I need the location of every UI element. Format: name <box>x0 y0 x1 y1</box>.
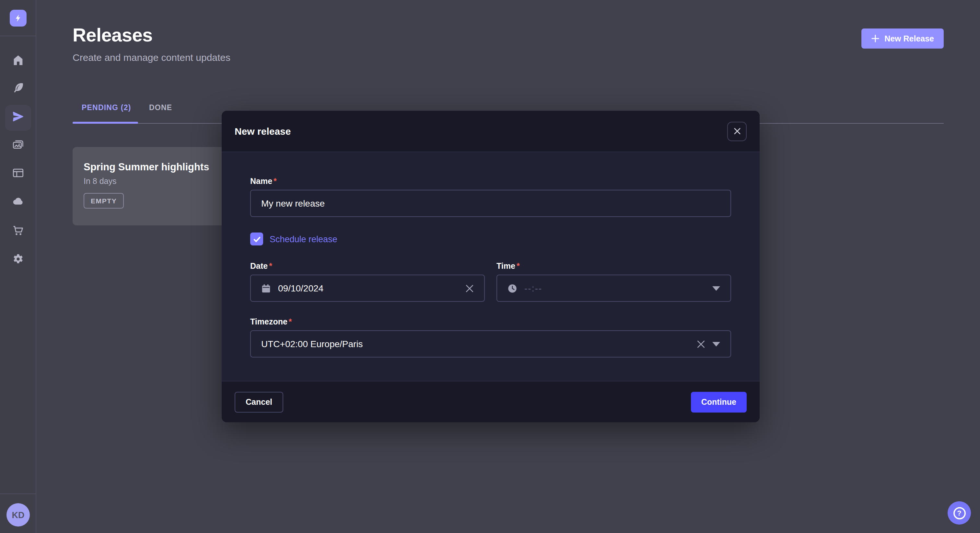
app-root: KD Releases Create and manage content up… <box>0 0 980 533</box>
date-input[interactable]: 09/10/2024 <box>250 274 485 302</box>
timezone-label: Timezone* <box>250 317 731 327</box>
clear-date-button[interactable] <box>465 284 474 292</box>
required-mark: * <box>289 317 292 327</box>
schedule-release-row: Schedule release <box>250 233 731 246</box>
close-icon <box>733 128 740 135</box>
date-label: Date* <box>250 262 485 271</box>
date-field-block: Date* 09/10/2024 <box>250 262 485 302</box>
time-field-block: Time* --:-- <box>496 262 731 302</box>
time-input[interactable]: --:-- <box>496 274 731 302</box>
date-value: 09/10/2024 <box>278 283 323 293</box>
new-release-modal: New release Name* Schedule release Date* <box>222 111 760 422</box>
clear-icon <box>697 339 705 348</box>
required-mark: * <box>274 177 277 186</box>
required-mark: * <box>517 262 520 271</box>
clear-icon <box>465 284 474 292</box>
clock-icon <box>508 283 517 293</box>
modal-footer: Cancel Continue <box>222 381 760 422</box>
modal-body: Name* Schedule release Date* 09/10/2024 <box>222 152 760 381</box>
time-label: Time* <box>496 262 731 271</box>
timezone-field-block: Timezone* UTC+02:00 Europe/Paris <box>250 317 731 357</box>
calendar-icon <box>261 283 271 293</box>
name-label: Name* <box>250 177 731 186</box>
schedule-checkbox-label[interactable]: Schedule release <box>270 234 337 244</box>
modal-header: New release <box>222 111 760 152</box>
timezone-select[interactable]: UTC+02:00 Europe/Paris <box>250 330 731 357</box>
chevron-down-icon <box>712 286 720 290</box>
chevron-down-icon <box>712 342 720 346</box>
clear-timezone-button[interactable] <box>697 339 705 348</box>
modal-title: New release <box>235 125 291 136</box>
name-input[interactable] <box>250 190 731 217</box>
required-mark: * <box>269 262 272 271</box>
timezone-value: UTC+02:00 Europe/Paris <box>261 339 363 349</box>
cancel-button[interactable]: Cancel <box>235 392 283 412</box>
time-placeholder: --:-- <box>524 283 542 293</box>
check-icon <box>253 235 261 243</box>
name-field-block: Name* <box>250 177 731 217</box>
continue-button[interactable]: Continue <box>691 392 747 412</box>
date-time-row: Date* 09/10/2024 Time* --:-- <box>250 262 731 302</box>
schedule-checkbox[interactable] <box>250 233 263 246</box>
close-button[interactable] <box>727 121 747 141</box>
